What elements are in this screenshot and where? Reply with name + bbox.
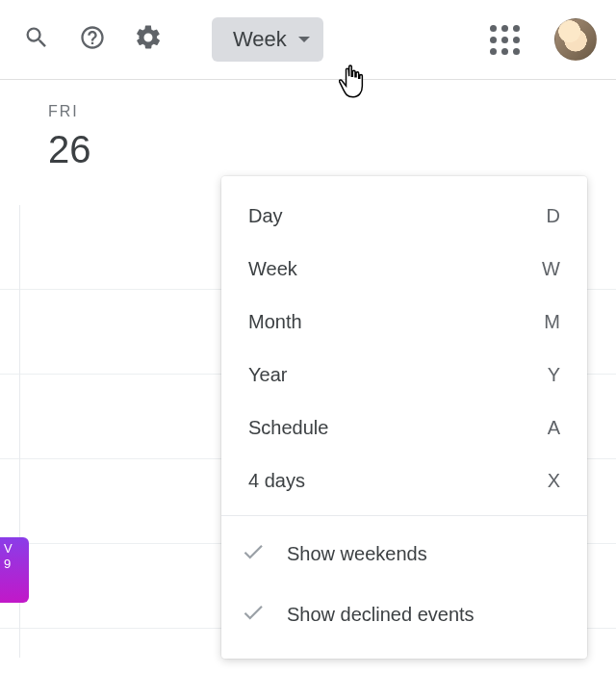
menu-item-shortcut: A <box>548 417 560 439</box>
menu-item-label: 4 days <box>248 470 305 492</box>
help-icon <box>79 24 106 55</box>
menu-toggle-label: Show weekends <box>287 543 427 565</box>
check-icon <box>241 600 266 630</box>
menu-item-label: Year <box>248 364 287 386</box>
menu-item-year[interactable]: Year Y <box>221 349 587 402</box>
event-title: V <box>4 541 27 557</box>
calendar-event[interactable]: V 9 <box>0 537 29 603</box>
menu-item-4days[interactable]: 4 days X <box>221 454 587 507</box>
menu-item-schedule[interactable]: Schedule A <box>221 402 587 454</box>
menu-item-week[interactable]: Week W <box>221 243 587 296</box>
menu-item-label: Day <box>248 205 283 227</box>
search-icon <box>23 24 50 55</box>
menu-toggle-declined[interactable]: Show declined events <box>221 584 587 645</box>
view-selector-button[interactable]: Week <box>212 17 323 62</box>
menu-item-shortcut: X <box>548 470 560 492</box>
menu-item-shortcut: W <box>542 258 560 280</box>
view-dropdown-menu: Day D Week W Month M Year Y Schedule A 4… <box>221 176 587 659</box>
check-icon <box>241 539 266 569</box>
gear-icon <box>134 23 163 56</box>
toolbar: Week <box>0 0 616 79</box>
menu-item-shortcut: D <box>547 205 560 227</box>
menu-item-label: Schedule <box>248 417 328 439</box>
search-button[interactable] <box>15 18 58 61</box>
menu-item-day[interactable]: Day D <box>221 190 587 243</box>
menu-toggle-label: Show declined events <box>287 604 475 626</box>
help-button[interactable] <box>71 18 114 61</box>
settings-button[interactable] <box>127 18 169 61</box>
event-time: 9 <box>4 557 27 572</box>
apps-icon <box>490 25 520 55</box>
menu-item-label: Week <box>248 258 297 280</box>
menu-item-label: Month <box>248 311 302 333</box>
menu-separator <box>221 515 587 516</box>
view-selector-label: Week <box>233 27 287 52</box>
chevron-down-icon <box>298 37 310 42</box>
menu-item-shortcut: Y <box>548 364 560 386</box>
day-number: 26 <box>48 128 221 171</box>
apps-button[interactable] <box>483 18 526 61</box>
menu-item-month[interactable]: Month M <box>221 296 587 349</box>
menu-item-shortcut: M <box>544 311 560 333</box>
calendar-area: FRI 26 V 9 Day D Week W Month M Year Y <box>0 80 616 658</box>
day-name: FRI <box>48 103 221 120</box>
menu-toggle-weekends[interactable]: Show weekends <box>221 524 587 584</box>
account-avatar[interactable] <box>554 18 597 61</box>
day-header: FRI 26 <box>0 80 221 171</box>
